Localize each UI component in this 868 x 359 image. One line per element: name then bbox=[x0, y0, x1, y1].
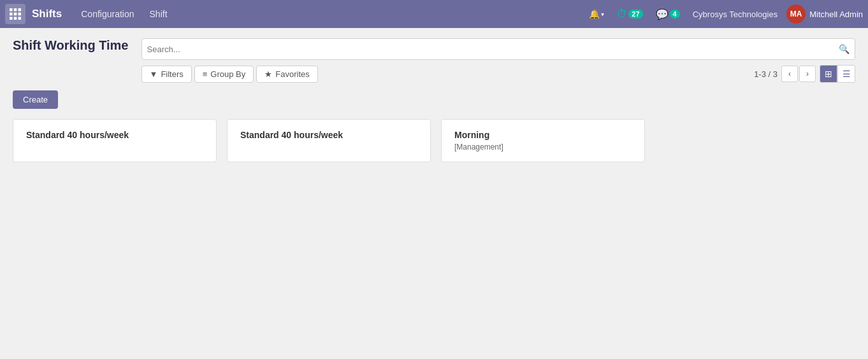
svg-rect-8 bbox=[18, 17, 22, 20]
page-header-left: Shift Working Time bbox=[13, 38, 129, 53]
create-button[interactable]: Create bbox=[13, 90, 58, 109]
group-by-icon: ≡ bbox=[203, 69, 208, 79]
card-title: Standard 40 hours/week bbox=[240, 130, 417, 140]
svg-rect-5 bbox=[18, 13, 22, 16]
notification-dropdown-icon: ▾ bbox=[601, 11, 604, 18]
top-menu: Configuration Shift bbox=[75, 5, 585, 23]
page-title: Shift Working Time bbox=[13, 38, 129, 53]
menu-configuration[interactable]: Configuration bbox=[75, 5, 140, 23]
activity-badge: 27 bbox=[628, 10, 642, 18]
page-header-right: 🔍 ▼ Filters ≡ Group By ★ Favorites bbox=[141, 38, 856, 83]
cards-grid: Standard 40 hours/week Standard 40 hours… bbox=[13, 119, 855, 162]
svg-rect-1 bbox=[14, 8, 17, 11]
favorites-button[interactable]: ★ Favorites bbox=[256, 66, 317, 83]
page-header: Shift Working Time 🔍 ▼ Filters ≡ Group B… bbox=[13, 38, 855, 83]
pagination-arrows: ‹ › bbox=[781, 66, 816, 82]
user-initials: MA bbox=[790, 10, 802, 18]
svg-rect-6 bbox=[10, 17, 13, 20]
star-icon: ★ bbox=[264, 69, 272, 79]
search-input[interactable] bbox=[147, 45, 839, 54]
next-page-button[interactable]: › bbox=[799, 66, 816, 82]
avatar: MA bbox=[786, 4, 806, 24]
chat-badge: 4 bbox=[670, 10, 680, 18]
notification-button[interactable]: 🔔 ▾ bbox=[585, 6, 608, 22]
kanban-view-button[interactable]: ⊞ bbox=[820, 65, 837, 83]
search-icon: 🔍 bbox=[839, 44, 850, 54]
list-item[interactable]: Morning [Management] bbox=[441, 119, 645, 162]
toolbar-pagination: 1-3 / 3 ‹ › ⊞ ☰ bbox=[754, 65, 855, 83]
favorites-label: Favorites bbox=[275, 69, 309, 79]
card-title: Morning bbox=[454, 130, 632, 140]
card-subtitle: [Management] bbox=[454, 143, 632, 151]
view-toggle: ⊞ ☰ bbox=[820, 65, 855, 83]
group-by-button[interactable]: ≡ Group By bbox=[194, 66, 254, 83]
clock-icon: ⏱ bbox=[617, 8, 627, 20]
search-bar: 🔍 bbox=[141, 38, 856, 60]
toolbar-filters: ▼ Filters ≡ Group By ★ Favorites bbox=[141, 66, 318, 83]
user-name: Mitchell Admin bbox=[809, 10, 863, 19]
bell-icon: 🔔 bbox=[589, 9, 600, 19]
menu-shift[interactable]: Shift bbox=[143, 5, 174, 23]
app-title: Shifts bbox=[32, 8, 62, 20]
filters-button[interactable]: ▼ Filters bbox=[141, 66, 192, 83]
top-navigation: Shifts Configuration Shift 🔔 ▾ ⏱ 27 💬 4 … bbox=[0, 0, 868, 28]
list-view-button[interactable]: ☰ bbox=[837, 65, 855, 83]
svg-rect-3 bbox=[10, 13, 13, 16]
activity-button[interactable]: ⏱ 27 bbox=[613, 6, 646, 22]
svg-rect-0 bbox=[10, 8, 13, 11]
svg-rect-2 bbox=[18, 8, 22, 11]
apps-icon[interactable] bbox=[5, 4, 25, 24]
chat-icon: 💬 bbox=[656, 8, 669, 20]
pagination-info: 1-3 / 3 bbox=[754, 69, 778, 79]
action-row: Create bbox=[13, 90, 855, 109]
chat-button[interactable]: 💬 4 bbox=[652, 6, 684, 23]
company-name[interactable]: Cybrosys Technologies bbox=[689, 7, 781, 22]
list-item[interactable]: Standard 40 hours/week bbox=[13, 119, 217, 162]
toolbar: ▼ Filters ≡ Group By ★ Favorites 1-3 / 3 bbox=[141, 65, 856, 83]
user-menu[interactable]: MA Mitchell Admin bbox=[786, 4, 863, 24]
filter-icon: ▼ bbox=[150, 69, 158, 79]
svg-rect-4 bbox=[14, 13, 17, 16]
topbar-right: 🔔 ▾ ⏱ 27 💬 4 Cybrosys Technologies MA Mi… bbox=[585, 4, 863, 24]
filters-label: Filters bbox=[161, 69, 183, 79]
main-content: Shift Working Time 🔍 ▼ Filters ≡ Group B… bbox=[0, 28, 868, 359]
card-title: Standard 40 hours/week bbox=[26, 130, 203, 140]
prev-page-button[interactable]: ‹ bbox=[781, 66, 798, 82]
list-item[interactable]: Standard 40 hours/week bbox=[227, 119, 431, 162]
group-by-label: Group By bbox=[210, 69, 245, 79]
svg-rect-7 bbox=[14, 17, 17, 20]
